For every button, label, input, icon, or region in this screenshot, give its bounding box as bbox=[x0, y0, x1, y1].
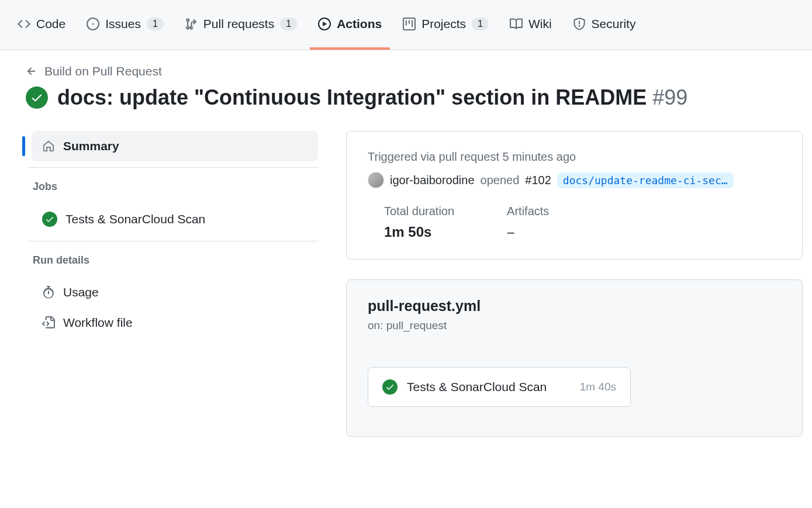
summary-card: Triggered via pull request 5 minutes ago… bbox=[346, 131, 803, 260]
trigger-user[interactable]: igor-baiborodine bbox=[390, 174, 475, 187]
sidebar-workflow-file-label: Workflow file bbox=[63, 316, 133, 330]
code-icon bbox=[18, 18, 30, 30]
status-success-icon bbox=[26, 87, 48, 109]
trigger-pr-number[interactable]: #102 bbox=[525, 174, 551, 187]
job-box[interactable]: Tests & SonarCloud Scan 1m 40s bbox=[368, 367, 631, 407]
jobs-heading: Jobs bbox=[28, 174, 318, 200]
sidebar-job1-label: Tests & SonarCloud Scan bbox=[65, 212, 205, 226]
tab-pulls-count: 1 bbox=[280, 18, 297, 30]
breadcrumb-label: Build on Pull Request bbox=[44, 64, 162, 78]
job-time: 1m 40s bbox=[580, 381, 616, 393]
check-icon bbox=[382, 379, 398, 395]
sidebar-summary-label: Summary bbox=[63, 139, 119, 153]
trigger-action: opened bbox=[481, 174, 520, 187]
breadcrumb[interactable]: Build on Pull Request bbox=[26, 64, 803, 78]
stat-artifacts: Artifacts – bbox=[507, 205, 549, 240]
sidebar-item-summary[interactable]: Summary bbox=[32, 131, 318, 161]
workflow-file-name: pull-request.yml bbox=[368, 298, 781, 315]
stat-artifacts-value: – bbox=[507, 224, 549, 240]
tab-issues-count: 1 bbox=[147, 18, 164, 30]
tab-pulls-label: Pull requests bbox=[203, 17, 274, 31]
issue-icon bbox=[87, 18, 99, 30]
tab-projects[interactable]: Projects 1 bbox=[395, 0, 497, 50]
avatar[interactable] bbox=[368, 172, 384, 188]
tab-security-label: Security bbox=[592, 17, 636, 31]
workflow-card: pull-request.yml on: pull_request Tests … bbox=[346, 279, 803, 437]
stopwatch-icon bbox=[42, 286, 55, 299]
sidebar: Summary Jobs Tests & SonarCloud Scan Run… bbox=[26, 131, 318, 338]
triggered-time: 5 minutes ago bbox=[503, 150, 576, 163]
stat-duration-label: Total duration bbox=[384, 205, 454, 218]
tab-wiki[interactable]: Wiki bbox=[502, 0, 560, 50]
home-icon bbox=[42, 140, 55, 153]
stat-duration-value: 1m 50s bbox=[384, 224, 454, 240]
workflow-file-icon bbox=[42, 316, 55, 329]
triggered-text: Triggered via pull request 5 minutes ago bbox=[368, 150, 781, 164]
tab-code-label: Code bbox=[36, 17, 65, 31]
triggered-prefix: Triggered via pull request bbox=[368, 150, 499, 163]
tab-code[interactable]: Code bbox=[9, 0, 74, 50]
stat-duration: Total duration 1m 50s bbox=[384, 205, 454, 240]
tab-pull-requests[interactable]: Pull requests 1 bbox=[177, 0, 305, 50]
sidebar-usage-label: Usage bbox=[63, 285, 99, 299]
main: Triggered via pull request 5 minutes ago… bbox=[346, 131, 803, 437]
actions-icon bbox=[318, 18, 331, 30]
page-title-text: docs: update "Continuous Integration" se… bbox=[57, 85, 647, 109]
tab-actions-label: Actions bbox=[337, 17, 382, 31]
stat-artifacts-label: Artifacts bbox=[507, 205, 549, 218]
tab-actions[interactable]: Actions bbox=[310, 0, 390, 50]
stats: Total duration 1m 50s Artifacts – bbox=[384, 205, 781, 240]
tab-issues-label: Issues bbox=[105, 17, 141, 31]
sidebar-item-job-tests[interactable]: Tests & SonarCloud Scan bbox=[32, 203, 318, 235]
job-name: Tests & SonarCloud Scan bbox=[407, 380, 571, 394]
trigger-branch[interactable]: docs/update-readme-ci-sec… bbox=[557, 172, 734, 188]
run-number: #99 bbox=[652, 85, 687, 109]
tab-projects-label: Projects bbox=[421, 17, 466, 31]
tab-issues[interactable]: Issues 1 bbox=[78, 0, 172, 50]
repo-nav: Code Issues 1 Pull requests 1 Actions Pr… bbox=[0, 0, 812, 50]
sidebar-item-workflow-file[interactable]: Workflow file bbox=[32, 307, 318, 338]
title-row: docs: update "Continuous Integration" se… bbox=[26, 85, 803, 110]
projects-icon bbox=[403, 18, 416, 30]
page-title: docs: update "Continuous Integration" se… bbox=[57, 85, 687, 110]
run-details-heading: Run details bbox=[28, 247, 318, 274]
pull-request-icon bbox=[185, 18, 198, 30]
workflow-on: on: pull_request bbox=[368, 319, 781, 332]
wiki-icon bbox=[510, 18, 523, 30]
tab-projects-count: 1 bbox=[472, 18, 489, 30]
sidebar-item-usage[interactable]: Usage bbox=[32, 277, 318, 307]
tab-wiki-label: Wiki bbox=[528, 17, 552, 31]
tab-security[interactable]: Security bbox=[565, 0, 644, 50]
check-icon bbox=[42, 212, 57, 227]
arrow-left-icon bbox=[26, 65, 37, 77]
trigger-row: igor-baiborodine opened #102 docs/update… bbox=[368, 172, 781, 188]
security-icon bbox=[573, 18, 586, 30]
